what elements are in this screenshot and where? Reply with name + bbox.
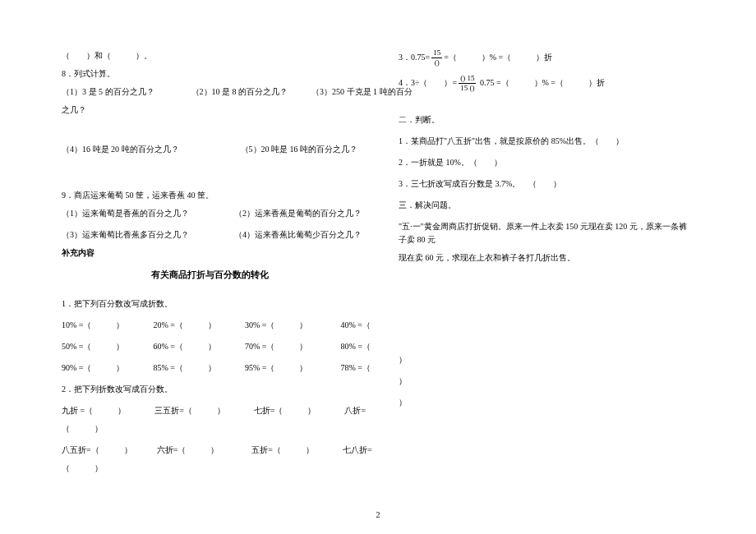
p1-90: 90% =（ ） <box>62 363 124 372</box>
p2-row1: 九折 =（ ） 三五折=（ ） 七折=（ ） 八折= <box>62 404 357 417</box>
problem-3: 3．0.75=15()=（ ）% =（ ）折 <box>399 49 694 67</box>
question-9-sub1: （1）运来葡萄是香蕉的百分之几？ （2）运来香蕉是葡萄的百分之几？ <box>62 207 357 220</box>
word-problem-1: "五·一"黄金周商店打折促销。原来一件上衣卖 150 元现在卖 120 元，原来… <box>399 220 694 246</box>
p2-85f: 八五折=（ ） <box>62 445 132 454</box>
p1-85: 85% =（ ） <box>153 363 215 372</box>
p2-blank1: （ ） <box>62 422 357 435</box>
p3b: =（ ）% =（ ）折 <box>444 53 552 62</box>
q8-5: （5）20 吨是 16 吨的百分之几？ <box>241 145 358 154</box>
p2-35: 三五折=（ ） <box>154 406 225 415</box>
frac-den: 15 () <box>459 84 476 92</box>
p1-row1: 10% =（ ） 20% =（ ） 30% =（ ） 40% =（ <box>62 319 357 332</box>
p4b: 0.75 =（ ）% =（ ）折 <box>480 78 605 87</box>
q9-1: （1）运来葡萄是香蕉的百分之几？ <box>62 209 189 218</box>
p2-blank2: （ ） <box>62 462 357 475</box>
problem-4: 4．3÷（ ）=() 1515 () 0.75 =（ ）% =（ ）折 <box>399 75 694 92</box>
frac-num: () 15 <box>459 75 476 84</box>
p1-70: 70% =（ ） <box>245 342 307 351</box>
problem-2: 2．把下列折数改写成百分数。 <box>62 383 357 396</box>
section-3-heading: 三．解决问题。 <box>399 199 694 212</box>
p1-row2: 50% =（ ） 60% =（ ） 70% =（ ） 80% =（ <box>62 340 357 353</box>
p1-78: 78% =（ <box>340 363 370 372</box>
p1-row3: 90% =（ ） 85% =（ ） 95% =（ ） 78% =（ <box>62 361 357 375</box>
document-body: （ ）和（ ）。 8．列式计算。 （1）3 是 5 的百分之几？ （2）10 是… <box>62 49 694 493</box>
q8-3: （3）250 千克是 1 吨的百分 <box>311 87 413 96</box>
section-title: 有关商品打折与百分数的转化 <box>62 268 357 283</box>
question-9-sub2: （3）运来葡萄比香蕉多百分之几？ （4）运来香蕉比葡萄少百分之几？ <box>62 228 357 242</box>
judge-3: 3．三七折改写成百分数是 3.7%。 （ ） <box>399 177 694 191</box>
p2-row2: 八五折=（ ） 六折=（ ） 五折=（ ） 七八折= <box>62 444 357 457</box>
p1-50: 50% =（ ） <box>62 342 124 351</box>
p2-7: 七折=（ ） <box>254 406 316 415</box>
page-number: 2 <box>0 509 756 522</box>
word-problem-2: 现在卖 60 元，求现在上衣和裤子各打几折出售。 <box>399 251 694 265</box>
p1-10: 10% =（ ） <box>62 320 124 329</box>
q9-4: （4）运来香蕉比葡萄少百分之几？ <box>234 230 362 239</box>
text-line: （ ）和（ ）。 <box>62 49 357 62</box>
close-paren-1: ） <box>399 353 694 366</box>
p2-6: 六折=（ ） <box>157 445 219 454</box>
p2-8: 八折= <box>344 406 366 415</box>
section-2-heading: 二．判断。 <box>399 113 694 127</box>
p3a: 3．0.75= <box>399 53 430 62</box>
problem-1: 1．把下列百分数改写成折数。 <box>62 297 357 311</box>
p1-95: 95% =（ ） <box>245 363 307 372</box>
question-8-sub2: （4）16 吨是 20 吨的百分之几？ （5）20 吨是 16 吨的百分之几？ <box>62 143 357 156</box>
q8-2: （2）10 是 8 的百分之几？ <box>191 87 288 96</box>
q8-1: （1）3 是 5 的百分之几？ <box>62 87 154 96</box>
q9-2: （2）运来香蕉是葡萄的百分之几？ <box>234 209 362 218</box>
question-9: 9．商店运来葡萄 50 筐，运来香蕉 40 筐。 <box>62 189 357 202</box>
q9-3: （3）运来葡萄比香蕉多百分之几？ <box>62 230 189 239</box>
fraction-3: 15() <box>431 49 442 67</box>
judge-2: 2．一折就是 10%。（ ） <box>399 156 694 169</box>
question-8-sub: （1）3 是 5 的百分之几？ （2）10 是 8 的百分之几？ （3）250 … <box>62 85 357 99</box>
p2-78: 七八折= <box>343 445 372 454</box>
frac-den: () <box>431 58 442 67</box>
p1-20: 20% =（ ） <box>153 320 215 329</box>
close-paren-3: ） <box>399 396 694 409</box>
p1-60: 60% =（ ） <box>153 342 215 351</box>
question-8: 8．列式计算。 <box>62 67 357 81</box>
supplement-heading: 补充内容 <box>62 246 357 260</box>
close-paren-2: ） <box>399 375 694 388</box>
p1-30: 30% =（ ） <box>245 320 307 329</box>
q8-3b: 之几？ <box>62 104 357 117</box>
p2-9: 九折 =（ ） <box>62 406 126 415</box>
frac-num: 15 <box>431 49 442 58</box>
fraction-4: () 1515 () <box>459 75 476 92</box>
p4a: 4．3÷（ ）= <box>399 78 457 87</box>
p1-80: 80% =（ <box>340 342 370 351</box>
q8-4: （4）16 吨是 20 吨的百分之几？ <box>62 145 179 154</box>
p1-40: 40% =（ <box>340 320 370 329</box>
judge-1: 1．某商品打"八五折"出售，就是按原价的 85%出售。（ ） <box>399 135 694 148</box>
p2-5: 五折=（ ） <box>251 445 314 454</box>
